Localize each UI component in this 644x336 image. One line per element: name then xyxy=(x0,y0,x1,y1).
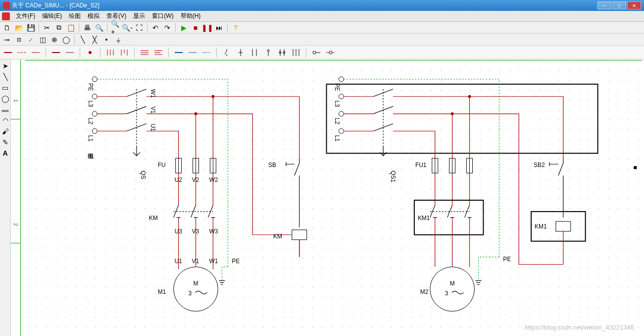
svg-rect-111 xyxy=(556,222,571,231)
sym-contact3-icon[interactable] xyxy=(248,47,260,58)
svg-rect-84 xyxy=(292,230,307,240)
svg-text:M1: M1 xyxy=(158,288,166,295)
pointer-tool[interactable]: ➤ xyxy=(1,61,10,70)
app-icon xyxy=(3,2,10,9)
sym-line-red3-icon[interactable] xyxy=(30,47,42,58)
rect-tool[interactable]: ▭ xyxy=(1,83,10,92)
zoom-in-button[interactable]: 🔍+ xyxy=(110,23,120,33)
svg-point-51 xyxy=(92,129,97,134)
preview-button[interactable]: 🔍 xyxy=(94,23,104,33)
svg-text:W1: W1 xyxy=(149,89,156,98)
comp-coil-icon[interactable]: ◫ xyxy=(38,35,48,45)
circle-tool[interactable]: ◯ xyxy=(1,94,10,103)
paint-tool[interactable]: 🖌 xyxy=(1,127,10,136)
edit-tool[interactable]: ✎ xyxy=(1,138,10,147)
menu-window[interactable]: 窗口(W) xyxy=(149,11,176,21)
sym-line-red2-icon[interactable] xyxy=(16,47,28,58)
sym-blue1-icon[interactable] xyxy=(173,47,185,58)
comp-node-icon[interactable]: • xyxy=(101,35,111,45)
menu-sim[interactable]: 模拟 xyxy=(85,11,102,21)
cut-button[interactable]: ✂ xyxy=(42,23,52,33)
svg-text:PE: PE xyxy=(334,83,341,91)
svg-text:L3: L3 xyxy=(334,101,341,108)
drawing-surface[interactable]: PE L3 L2 L1 电源 xyxy=(24,59,644,336)
sym-blue3-icon[interactable] xyxy=(200,47,212,58)
sym-line-dark2-icon[interactable] xyxy=(64,47,76,58)
comp-switch-icon[interactable]: ⟋ xyxy=(26,35,36,45)
menu-edit[interactable]: 编辑(E) xyxy=(39,11,65,21)
svg-text:U1: U1 xyxy=(149,124,156,132)
work-area: ➤ ╲ ▭ ◯ ▬ ◠ 🖌 ✎ A 1 2 xyxy=(0,59,644,336)
comp-lamp-icon[interactable]: ⊗ xyxy=(50,35,59,45)
svg-text:KM1: KM1 xyxy=(535,223,547,230)
new-button[interactable]: 🗋 xyxy=(2,23,12,33)
svg-text:3: 3 xyxy=(189,290,192,297)
sym-contact2-icon[interactable] xyxy=(235,47,247,58)
fuses-left xyxy=(176,158,216,173)
sym-contact6-icon[interactable] xyxy=(290,47,302,58)
svg-point-28 xyxy=(267,50,269,52)
title-bar: 关于 CADe_SIMU... - [CADe_S2] ─ □ ✕ xyxy=(0,0,644,11)
close-button[interactable]: ✕ xyxy=(627,1,641,9)
sym-contact5-icon[interactable] xyxy=(276,47,288,58)
sym-node-icon[interactable] xyxy=(84,47,96,58)
menu-display[interactable]: 显示 xyxy=(130,11,148,21)
undo-button[interactable]: ↶ xyxy=(150,23,160,33)
maximize-button[interactable]: □ xyxy=(612,1,626,9)
sym-3phase2-icon[interactable] xyxy=(118,47,130,58)
help-button[interactable]: ? xyxy=(231,23,241,33)
comp-wire2-icon[interactable]: ╳ xyxy=(90,35,99,45)
sym-blue2-icon[interactable] xyxy=(187,47,198,58)
svg-text:PE: PE xyxy=(87,83,94,91)
sym-hlines1-icon[interactable] xyxy=(139,47,150,58)
comp-ground-icon[interactable]: ⏚ xyxy=(113,35,123,45)
svg-point-91 xyxy=(339,129,344,134)
svg-text:W3: W3 xyxy=(209,228,218,235)
text-tool[interactable]: A xyxy=(1,149,10,158)
arc-tool[interactable]: ◠ xyxy=(1,116,10,125)
copy-button[interactable]: ⧉ xyxy=(54,23,64,33)
stop-button[interactable]: ■ xyxy=(191,23,200,33)
canvas[interactable]: 1 2 PE L3 L2 xyxy=(11,59,644,336)
sym-term1-icon[interactable] xyxy=(310,47,322,58)
comp-supply-icon[interactable]: ⊸ xyxy=(2,35,12,45)
zoom-fit-button[interactable]: ⛶ xyxy=(134,23,144,33)
sym-3phase1-icon[interactable] xyxy=(104,47,116,58)
svg-text:W1: W1 xyxy=(209,258,218,265)
selection-handle[interactable] xyxy=(634,166,637,169)
zoom-out-button[interactable]: 🔍- xyxy=(122,23,132,33)
save-button[interactable]: 💾 xyxy=(26,23,36,33)
minimize-button[interactable]: ─ xyxy=(597,1,611,9)
redo-button[interactable]: ↷ xyxy=(162,23,172,33)
menu-bar: 文件(F) 编辑(E) 绘图 模拟 查看(V) 显示 窗口(W) 帮助(H) xyxy=(0,11,644,22)
svg-text:SB2: SB2 xyxy=(534,162,545,168)
sym-line-dark-icon[interactable] xyxy=(50,47,62,58)
run-button[interactable]: ▶ xyxy=(179,23,189,33)
open-button[interactable]: 📂 xyxy=(14,23,24,33)
menu-help[interactable]: 帮助(H) xyxy=(178,11,204,21)
sym-contact4-icon[interactable] xyxy=(262,47,274,58)
sym-hlines2-icon[interactable] xyxy=(152,47,164,58)
menu-draw[interactable]: 绘图 xyxy=(66,11,84,21)
fillrect-tool[interactable]: ▬ xyxy=(1,105,10,114)
svg-text:L2: L2 xyxy=(334,118,341,125)
svg-text:QS1: QS1 xyxy=(390,170,396,182)
step-button[interactable]: ⏭ xyxy=(214,23,224,33)
sym-term2-icon[interactable] xyxy=(324,47,336,58)
pause-button[interactable]: ❚❚ xyxy=(202,23,212,33)
svg-point-40 xyxy=(329,51,332,54)
line-tool[interactable]: ╲ xyxy=(1,72,10,81)
comp-fuse-icon[interactable]: ⧈ xyxy=(14,35,24,45)
svg-text:FU: FU xyxy=(158,162,166,168)
svg-point-89 xyxy=(339,112,344,116)
sym-line-red-icon[interactable] xyxy=(2,47,14,58)
print-button[interactable]: 🖶 xyxy=(82,23,92,33)
left-toolbox: ➤ ╲ ▭ ◯ ▬ ◠ 🖌 ✎ A xyxy=(0,59,11,336)
sym-contact1-icon[interactable] xyxy=(221,47,233,58)
paste-button[interactable]: 📋 xyxy=(66,23,76,33)
comp-motor-icon[interactable]: ◯ xyxy=(61,35,71,45)
window-title: 关于 CADe_SIMU... - [CADe_S2] xyxy=(12,1,597,10)
menu-file[interactable]: 文件(F) xyxy=(13,11,38,21)
comp-wire-icon[interactable]: ╲ xyxy=(78,35,88,45)
svg-point-37 xyxy=(313,51,316,54)
